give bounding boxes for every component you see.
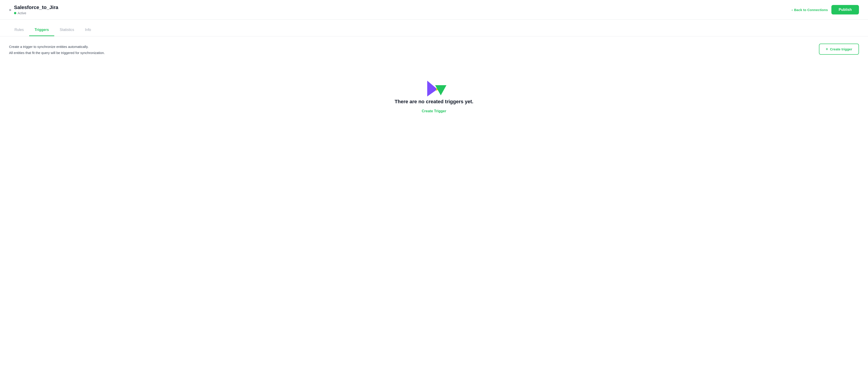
publish-button[interactable]: Publish [831,5,859,14]
tab-info[interactable]: Info [80,24,96,36]
status-row: Active [14,11,58,15]
description-line-1: Create a trigger to synchronize entities… [9,43,105,50]
description-line-2: All entities that fit the query will be … [9,50,105,56]
back-link-label: Back to Connections [794,8,828,12]
tab-statistics[interactable]: Statistics [54,24,80,36]
tab-rules[interactable]: Rules [9,24,29,36]
status-label: Active [18,11,26,15]
back-to-connections-link[interactable]: ‹ Back to Connections [792,8,828,12]
create-trigger-button[interactable]: + Create trigger [819,43,859,55]
connection-info: Salesforce_to_Jira Active [14,4,58,15]
header-right: ‹ Back to Connections Publish [792,5,859,14]
create-trigger-label: Create trigger [830,47,852,51]
tab-triggers[interactable]: Triggers [29,24,54,36]
header-left: » Salesforce_to_Jira Active [9,4,58,15]
description: Create a trigger to synchronize entities… [9,43,105,56]
sidebar-toggle-icon[interactable]: » [9,7,11,12]
empty-create-trigger-link[interactable]: Create Trigger [422,109,446,113]
tabs: Rules Triggers Statistics Info [9,24,859,36]
chevron-left-icon: ‹ [792,8,793,12]
empty-state-title: There are no created triggers yet. [395,99,473,105]
content-top: Create a trigger to synchronize entities… [9,43,859,56]
connection-title: Salesforce_to_Jira [14,4,58,10]
status-indicator [14,12,16,14]
plus-icon: + [826,47,828,52]
empty-state: There are no created triggers yet. Creat… [9,69,859,122]
empty-state-graphic [425,78,443,94]
main-content: Create a trigger to synchronize entities… [0,36,868,129]
page-header: » Salesforce_to_Jira Active ‹ Back to Co… [0,0,868,20]
svg-marker-0 [427,81,437,96]
tabs-container: Rules Triggers Statistics Info [0,24,868,36]
